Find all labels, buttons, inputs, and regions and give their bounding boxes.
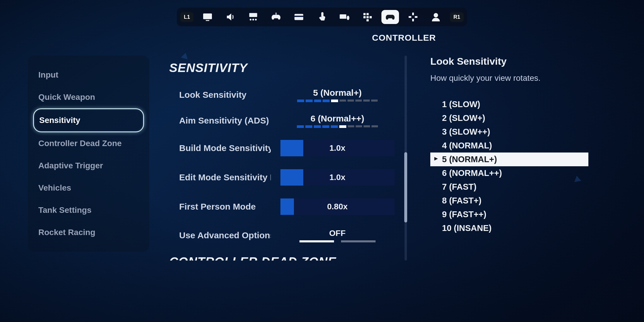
svg-rect-6	[276, 13, 277, 15]
r1-shoulder-hint: R1	[450, 12, 464, 22]
svg-rect-0	[203, 13, 212, 19]
setting-row[interactable]: Edit Mode Sensitivity M1.0x	[164, 163, 404, 192]
help-title: Look Sensitivity	[430, 56, 588, 67]
category-sidebar: InputQuick WeaponSensitivityController D…	[28, 56, 149, 252]
setting-value: 5 (Normal+)	[313, 88, 362, 98]
help-option: 9 (FAST++)	[430, 208, 588, 221]
sidebar-item-controller-dead-zone[interactable]: Controller Dead Zone	[33, 132, 144, 155]
controller-icon[interactable]	[381, 10, 399, 24]
svg-rect-19	[409, 16, 411, 18]
settings-tab-bar: L1 R1	[177, 8, 467, 26]
help-option: 4 (NORMAL)	[430, 139, 588, 153]
setting-row[interactable]: First Person Mode0.80x	[164, 192, 404, 221]
section-title: SENSITIVITY	[169, 61, 404, 75]
help-option: 2 (SLOW+)	[430, 111, 588, 125]
setting-label: Use Advanced Options	[164, 230, 271, 240]
tick-selector[interactable]: 5 (Normal+)	[271, 88, 404, 102]
hud-icon[interactable]	[244, 10, 262, 24]
setting-value: 0.80x	[327, 202, 347, 211]
help-option: 10 (INSANE)	[430, 221, 588, 235]
help-option: 8 (FAST+)	[430, 194, 588, 208]
help-option: 7 (FAST)	[430, 180, 588, 194]
active-tab-label: CONTROLLER	[135, 33, 509, 43]
svg-rect-13	[364, 16, 366, 18]
svg-rect-12	[366, 13, 369, 16]
svg-point-10	[347, 16, 350, 20]
setting-label: Edit Mode Sensitivity M	[164, 172, 271, 182]
toggle[interactable]: OFF	[271, 229, 404, 242]
svg-rect-8	[294, 16, 303, 17]
sidebar-item-adaptive-trigger[interactable]: Adaptive Trigger	[33, 155, 144, 177]
svg-rect-14	[366, 16, 369, 18]
svg-point-3	[250, 19, 251, 20]
setting-label: First Person Mode	[164, 202, 271, 212]
sidebar-item-label: Rocket Racing	[38, 228, 95, 237]
slider-bar[interactable]: 0.80x	[271, 198, 404, 215]
setting-label: Build Mode Sensitivity	[164, 143, 271, 153]
slider-bar[interactable]: 1.0x	[271, 140, 404, 156]
setting-value: 1.0x	[329, 143, 345, 153]
setting-value: OFF	[329, 229, 346, 238]
setting-label: Aim Sensitivity (ADS)	[164, 116, 271, 126]
grid-icon[interactable]	[359, 10, 376, 24]
svg-rect-1	[206, 20, 209, 21]
sidebar-item-input[interactable]: Input	[33, 64, 144, 86]
svg-rect-20	[415, 16, 417, 18]
sidebar-item-rocket-racing[interactable]: Rocket Racing	[33, 221, 144, 244]
section-title: CONTROLLER DEAD ZONE	[169, 255, 404, 261]
sidebar-item-vehicles[interactable]: Vehicles	[33, 177, 144, 199]
sidebar-item-label: Sensitivity	[39, 116, 80, 125]
sidebar-item-quick-weapon[interactable]: Quick Weapon	[33, 86, 144, 108]
sidebar-item-sensitivity[interactable]: Sensitivity	[33, 108, 144, 132]
touch-icon[interactable]	[313, 10, 330, 24]
setting-row[interactable]: Use Advanced OptionsOFF	[164, 221, 404, 249]
setting-row[interactable]: Aim Sensitivity (ADS)6 (Normal++)	[164, 108, 404, 133]
help-option: 3 (SLOW++)	[430, 125, 588, 139]
sidebar-item-label: Quick Weapon	[38, 93, 95, 102]
help-option: 1 (SLOW)	[430, 97, 588, 111]
svg-rect-11	[364, 13, 366, 16]
l1-shoulder-hint: L1	[180, 12, 193, 22]
game-icon[interactable]	[267, 10, 285, 24]
svg-rect-16	[366, 19, 369, 22]
svg-rect-9	[340, 14, 347, 19]
keyboard-mouse-icon[interactable]	[336, 10, 353, 24]
sidebar-item-label: Vehicles	[38, 183, 71, 192]
svg-point-5	[255, 19, 257, 20]
svg-point-4	[252, 19, 254, 20]
settings-scrollbar[interactable]	[405, 56, 407, 261]
help-options-list: 1 (SLOW)2 (SLOW+)3 (SLOW++)4 (NORMAL)5 (…	[430, 97, 588, 235]
svg-point-21	[434, 13, 438, 18]
svg-rect-2	[249, 13, 257, 17]
help-description: How quickly your view rotates.	[430, 73, 588, 83]
dpad-icon[interactable]	[404, 10, 422, 24]
sidebar-item-label: Adaptive Trigger	[38, 161, 103, 170]
svg-rect-17	[412, 13, 414, 15]
account-icon[interactable]	[427, 10, 445, 24]
setting-value: 6 (Normal++)	[311, 114, 364, 124]
setting-value: 1.0x	[329, 173, 345, 182]
sidebar-item-label: Input	[38, 70, 58, 79]
setting-row[interactable]: Look Sensitivity5 (Normal+)	[164, 82, 404, 108]
help-option: 6 (NORMAL++)	[430, 166, 588, 180]
svg-rect-15	[370, 16, 372, 18]
setting-label: Look Sensitivity	[164, 90, 271, 100]
tick-selector[interactable]: 6 (Normal++)	[271, 114, 404, 128]
card-icon[interactable]	[290, 10, 308, 24]
setting-row[interactable]: Build Mode Sensitivity1.0x	[164, 133, 404, 163]
slider-bar[interactable]: 1.0x	[271, 169, 404, 186]
help-panel: Look Sensitivity How quickly your view r…	[430, 56, 588, 235]
sidebar-item-label: Tank Settings	[38, 205, 92, 215]
settings-panel: SENSITIVITYLook Sensitivity5 (Normal+)Ai…	[164, 56, 407, 261]
svg-rect-18	[412, 19, 414, 21]
audio-icon[interactable]	[222, 10, 239, 24]
sidebar-item-label: Controller Dead Zone	[38, 139, 122, 148]
sidebar-item-tank-settings[interactable]: Tank Settings	[33, 199, 144, 221]
help-option: 5 (NORMAL+)	[430, 153, 588, 166]
display-icon[interactable]	[199, 10, 216, 24]
